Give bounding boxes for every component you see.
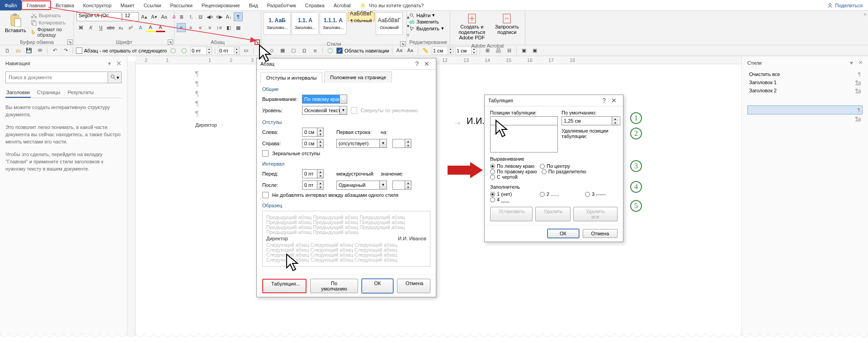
- style-row-selected[interactable]: ¶: [747, 105, 863, 114]
- style-row-extra[interactable]: ¶a: [747, 114, 863, 123]
- qat-circle2-icon[interactable]: ◯: [179, 46, 189, 55]
- qat-shapes-icon[interactable]: ◇: [267, 46, 276, 55]
- tab-help[interactable]: Справка: [301, 0, 329, 10]
- qat-a2-icon[interactable]: ▣: [530, 46, 539, 55]
- tab-leader-2[interactable]: 2 ......: [540, 191, 580, 197]
- styles-close-icon[interactable]: ✕: [859, 60, 863, 66]
- align-select[interactable]: По левому краю▼: [302, 95, 347, 104]
- tab-cancel-button[interactable]: Отмена: [583, 229, 618, 238]
- before-spin[interactable]: ▴▾: [302, 169, 324, 178]
- tab-default-spin[interactable]: ▴▾: [561, 116, 620, 125]
- left-indent-spin[interactable]: ▴▾: [302, 128, 324, 137]
- tab-align-bar[interactable]: С чертой: [490, 174, 518, 180]
- search-input[interactable]: [6, 72, 108, 83]
- tab-dlg-close-icon[interactable]: ✕: [609, 97, 619, 104]
- para-dlg-help-icon[interactable]: ?: [412, 60, 421, 67]
- tab-position-input[interactable]: [490, 116, 558, 125]
- style-item[interactable]: 1. АаБЗаголово...: [264, 12, 291, 35]
- style-item[interactable]: 1.1.1. АЗаголово...: [320, 12, 347, 35]
- nav-tab-headings[interactable]: Заголовки: [5, 88, 31, 98]
- qat-pi-icon[interactable]: π: [311, 46, 320, 55]
- tab-acrobat[interactable]: Acrobat: [329, 0, 355, 10]
- linesp-select[interactable]: Одинарный▼: [336, 181, 387, 190]
- qat-layout-icon[interactable]: ▭: [241, 46, 250, 55]
- qat-undo-icon[interactable]: ↶: [50, 46, 59, 55]
- qat-styles2-icon[interactable]: Aᴀ: [406, 46, 415, 55]
- adobe-create-button[interactable]: Создать и поделитьсяAdobe PDF: [453, 12, 491, 41]
- qat-spin2[interactable]: ▴▾: [218, 47, 240, 55]
- nav-search[interactable]: ▾: [5, 71, 122, 83]
- styles-dropdown-icon[interactable]: ▼: [849, 60, 854, 66]
- qat-open-icon[interactable]: 🗁: [14, 46, 23, 55]
- level-select[interactable]: Основной текст▼: [302, 106, 347, 115]
- search-button[interactable]: ▾: [108, 72, 121, 83]
- style-item[interactable]: АаБбВвГОсновной: [376, 12, 403, 35]
- keep-next-check[interactable]: [76, 48, 82, 54]
- qat-mail-icon[interactable]: ✉: [35, 46, 44, 55]
- tell-me[interactable]: ♀Что вы хотите сделать?: [355, 0, 429, 10]
- tab-leader-3[interactable]: 3 ------: [585, 191, 606, 197]
- style-item[interactable]: 1.1. АЗаголово...: [292, 12, 319, 35]
- tab-clearall-button[interactable]: Удалить все: [573, 207, 618, 221]
- nav-close-icon[interactable]: ✕: [116, 60, 122, 67]
- qat-omega-icon[interactable]: Ω: [300, 46, 309, 55]
- nav-tab-pages[interactable]: Страницы: [36, 88, 61, 98]
- style-row[interactable]: Заголовок 1¶a: [747, 78, 863, 86]
- first-line-select[interactable]: (отсутствует)▼: [336, 139, 387, 148]
- style-row[interactable]: Заголовок 2¶a: [747, 86, 863, 95]
- qat-circle1-icon[interactable]: ◯: [169, 46, 178, 55]
- tab-leader-1[interactable]: 1 (нет): [490, 191, 535, 197]
- share-button[interactable]: Поделиться: [827, 0, 868, 10]
- nav-tab-results[interactable]: Результаты: [67, 88, 95, 98]
- tab-ok-button[interactable]: ОК: [547, 229, 579, 238]
- tab-align-center[interactable]: По центру: [540, 163, 580, 169]
- qat-new-icon[interactable]: 🗋: [3, 46, 12, 55]
- adobe-sign-button[interactable]: Запроситьподписи: [491, 12, 523, 36]
- para-tab-position[interactable]: Положение на странице: [324, 71, 392, 83]
- collapse-ribbon-icon[interactable]: ^: [862, 11, 868, 45]
- qat-spin1[interactable]: ▴▾: [190, 47, 212, 55]
- tabs-button[interactable]: Табуляция...: [262, 279, 307, 293]
- nav-dropdown-icon[interactable]: ▼: [107, 61, 112, 66]
- styles-gallery[interactable]: 1. АаБЗаголово...1.1. АЗаголово...1.1.1.…: [264, 12, 403, 35]
- right-indent-spin[interactable]: ▴▾: [302, 139, 324, 148]
- qat-styles-icon[interactable]: Aᴀ: [395, 46, 404, 55]
- tab-dlg-help-icon[interactable]: ?: [599, 97, 609, 104]
- vertical-ruler[interactable]: [127, 62, 136, 343]
- tab-developer[interactable]: Разработчик: [263, 0, 301, 10]
- replace-button[interactable]: abЗаменить: [409, 19, 444, 24]
- select-button[interactable]: Выделить ▾: [409, 25, 444, 31]
- tab-align-decimal[interactable]: По разделителю: [542, 169, 587, 174]
- qat-save-icon[interactable]: 💾: [24, 46, 33, 55]
- tab-clear-button[interactable]: Удалить: [535, 207, 571, 221]
- qat-c3-icon[interactable]: ◯: [326, 46, 335, 55]
- qat-ruler-icon[interactable]: 📏: [421, 46, 430, 55]
- horizontal-ruler[interactable]: 21123456789101112131415161718: [136, 56, 741, 64]
- para-dlg-close-icon[interactable]: ✕: [421, 60, 432, 67]
- by-spin[interactable]: ▴▾: [392, 139, 411, 148]
- para-cancel-button[interactable]: Отмена: [397, 279, 430, 293]
- find-button[interactable]: Найти ▾: [409, 12, 444, 18]
- nosame-check[interactable]: [262, 192, 269, 198]
- qat-textbox-icon[interactable]: ▢: [289, 46, 298, 55]
- nav-check[interactable]: ✓: [336, 48, 343, 54]
- default-button[interactable]: По умолчанию: [310, 279, 358, 293]
- document-body[interactable]: ¶¶¶¶¶ Директор →: [195, 70, 224, 130]
- value-spin[interactable]: ▴▾: [392, 181, 411, 190]
- mirror-check[interactable]: [262, 150, 269, 157]
- qat-redo-icon[interactable]: ↷: [61, 46, 70, 55]
- styles-launcher[interactable]: ⬊: [400, 41, 406, 47]
- tab-leader-4[interactable]: 4 ___: [490, 197, 535, 202]
- tab-align-right[interactable]: По правому краю: [490, 169, 537, 174]
- para-tab-indents[interactable]: Отступы и интервалы: [260, 72, 322, 83]
- qat-img-icon[interactable]: 🖼: [256, 46, 265, 55]
- style-item[interactable]: АаБбВвГ¶ Обычный: [348, 12, 375, 21]
- qat-table-icon[interactable]: ▦: [278, 46, 287, 55]
- tab-file[interactable]: Файл: [0, 0, 21, 10]
- para-ok-button[interactable]: ОК: [362, 279, 393, 293]
- tab-align-left[interactable]: По левому краю: [490, 163, 535, 169]
- style-row[interactable]: Очистить все¶: [747, 70, 863, 78]
- tab-set-button[interactable]: Установить: [490, 207, 533, 221]
- after-spin[interactable]: ▴▾: [302, 181, 324, 190]
- tab-positions-list[interactable]: [490, 125, 558, 152]
